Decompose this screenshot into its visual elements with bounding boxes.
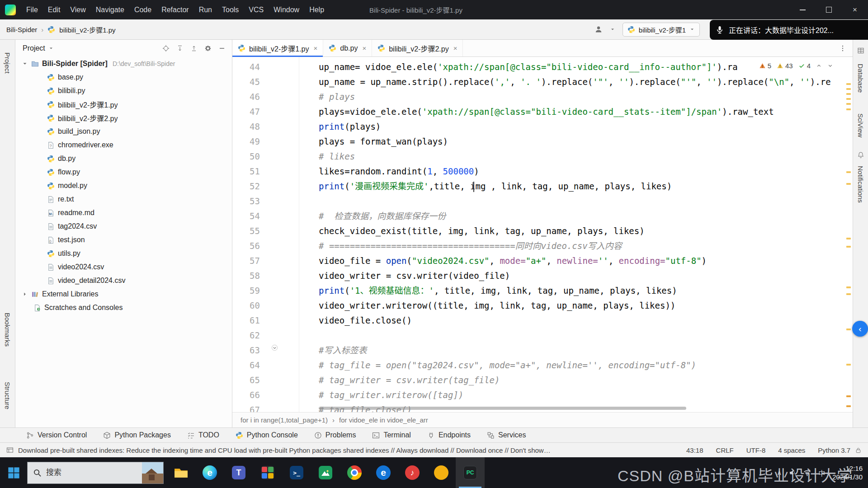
- breadcrumb-file[interactable]: bilibili_v2-步骤1.py: [59, 25, 115, 34]
- volume-icon[interactable]: [789, 469, 796, 476]
- menu-vcs[interactable]: VCS: [244, 4, 269, 16]
- breadcrumb-item[interactable]: for vidoe_ele in vidoe_ele_arr: [339, 416, 428, 424]
- stripe-warning-mark[interactable]: [846, 103, 851, 105]
- tool-strip-bookmarks[interactable]: Bookmarks: [4, 313, 11, 347]
- code-line[interactable]: 56# ====================================…: [232, 239, 844, 253]
- toolwindow-endpoints[interactable]: Endpoints: [427, 431, 471, 439]
- status-message[interactable]: Download pre-built shared indexes: Reduc…: [18, 446, 552, 454]
- tool-strip-structure[interactable]: Structure: [4, 382, 11, 409]
- close-button[interactable]: ×: [842, 0, 868, 19]
- tray-expand[interactable]: ∧: [777, 469, 782, 477]
- tree-item[interactable]: video2024.csv: [15, 260, 232, 274]
- taskbar-app-gallery[interactable]: [311, 457, 340, 488]
- stripe-warning-mark[interactable]: [846, 83, 851, 85]
- taskbar-clock[interactable]: 12:162024/1/30: [832, 464, 863, 482]
- menu-code[interactable]: Code: [129, 4, 156, 16]
- inspections-widget[interactable]: 5 43 4: [755, 61, 837, 71]
- tree-item[interactable]: model.py: [15, 179, 232, 192]
- toolwindow-python-packages[interactable]: Python Packages: [103, 431, 171, 439]
- taskbar-app-teams[interactable]: T: [224, 457, 253, 488]
- tool-strip-database[interactable]: Database: [857, 64, 864, 93]
- toolwindow-problems[interactable]: Problems: [314, 431, 356, 439]
- toolwindow-version-control[interactable]: Version Control: [26, 431, 87, 439]
- code-line[interactable]: 44up_name= vidoe_ele.ele('xpath://span[@…: [232, 60, 844, 75]
- editor-tab[interactable]: bilibili_v2-步骤1.py×: [232, 40, 323, 56]
- status-item[interactable]: UTF-8: [746, 446, 766, 454]
- code-line[interactable]: 50# likes: [232, 149, 844, 164]
- stripe-warning-mark[interactable]: [846, 293, 851, 295]
- code-line[interactable]: 62: [232, 328, 844, 343]
- tree-item[interactable]: M↓readme.md: [15, 206, 232, 220]
- tree-item[interactable]: db.py: [15, 152, 232, 165]
- stripe-warning-mark[interactable]: [846, 286, 851, 288]
- minimize-button[interactable]: [789, 0, 816, 19]
- toolwindow-python-console[interactable]: Python Console: [236, 431, 298, 439]
- code-line[interactable]: 47plays=vidoe_ele.ele('xpath://span[@cla…: [232, 104, 844, 119]
- taskbar-app-edge[interactable]: e: [195, 457, 224, 488]
- taskbar-search[interactable]: [27, 462, 164, 484]
- stripe-warning-mark[interactable]: [846, 246, 851, 248]
- taskbar-app-powershell[interactable]: >_: [282, 457, 311, 488]
- code-line[interactable]: 66# tag_writer.writerow([tag]): [232, 388, 844, 403]
- tree-item[interactable]: utils.py: [15, 247, 232, 260]
- menu-help[interactable]: Help: [304, 4, 329, 16]
- hide-panel-icon[interactable]: [218, 45, 226, 52]
- run-configuration-select[interactable]: bilibili_v2-步骤1: [623, 23, 700, 37]
- screen-recording-overlay[interactable]: 正在讲话：大数据毕业设计202...: [710, 20, 868, 40]
- toolwindow-terminal[interactable]: Terminal: [372, 431, 410, 439]
- collapse-all-icon[interactable]: [190, 45, 198, 52]
- tree-root[interactable]: Bili-Spider [Spider]D:\dev_soft\Bili-Spi…: [15, 57, 232, 70]
- code-line[interactable]: 49plays = format_wan(plays): [232, 134, 844, 149]
- code-line[interactable]: 46# plays: [232, 89, 844, 104]
- menu-refactor[interactable]: Refactor: [156, 4, 193, 16]
- search-input[interactable]: [46, 468, 123, 477]
- menu-window[interactable]: Window: [269, 4, 304, 16]
- status-item[interactable]: 43:18: [686, 446, 703, 454]
- maximize-button[interactable]: [816, 0, 842, 19]
- stripe-warning-mark[interactable]: [846, 171, 851, 173]
- tab-options[interactable]: [833, 40, 853, 56]
- breadcrumb-project[interactable]: Bili-Spider: [6, 26, 37, 33]
- taskbar-app-chrome[interactable]: [340, 457, 369, 488]
- code-line[interactable]: 52print('漫画视频采集完成',title, img , link, ta…: [232, 179, 844, 194]
- menu-tools[interactable]: Tools: [217, 4, 244, 16]
- code-line[interactable]: 65# tag_writer = csv.writer(tag_file): [232, 373, 844, 388]
- code-line[interactable]: 48print(plays): [232, 119, 844, 134]
- code-line[interactable]: 53: [232, 194, 844, 209]
- tree-item[interactable]: re.txt: [15, 192, 232, 206]
- stripe-warning-mark[interactable]: [846, 98, 851, 100]
- code-line[interactable]: 60video_writer.writerow((title, img, lin…: [232, 298, 844, 313]
- tree-item[interactable]: bilibili.py: [15, 84, 232, 98]
- status-item[interactable]: CRLF: [716, 446, 734, 454]
- tool-strip-notifications[interactable]: Notifications: [857, 166, 864, 203]
- status-item[interactable]: 4 spaces: [778, 446, 805, 454]
- menu-view[interactable]: View: [65, 4, 90, 16]
- tree-item[interactable]: bilibili_v2-步骤2.py: [15, 111, 232, 125]
- tree-item[interactable]: tag2024.csv: [15, 220, 232, 233]
- tool-strip-project[interactable]: Project: [4, 52, 11, 74]
- code-editor[interactable]: 44up_name= vidoe_ele.ele('xpath://span[@…: [232, 57, 853, 412]
- code-line[interactable]: 51likes=random.randint(1, 500000): [232, 164, 844, 179]
- breadcrumb-item[interactable]: for i in range(1,total_page+1): [241, 416, 328, 424]
- stripe-warning-mark[interactable]: [846, 88, 851, 90]
- project-panel-title[interactable]: Project: [23, 44, 45, 52]
- tree-item[interactable]: video_detail2024.csv: [15, 274, 232, 287]
- stripe-warning-mark[interactable]: [846, 183, 851, 185]
- tab-close[interactable]: ×: [453, 44, 458, 52]
- taskbar-app-photos[interactable]: [253, 457, 282, 488]
- code-line[interactable]: 45up_name = up_name.strip().replace(',',…: [232, 75, 844, 89]
- code-line[interactable]: 57video_file = open("video2024.csv", mod…: [232, 253, 844, 268]
- stripe-warning-mark[interactable]: [846, 108, 851, 110]
- status-item[interactable]: Python 3.7: [818, 446, 850, 454]
- network-icon[interactable]: [803, 469, 811, 476]
- floating-recorder-button[interactable]: ‹: [852, 321, 868, 337]
- tree-item[interactable]: Scratches and Consoles: [15, 301, 232, 314]
- tab-close[interactable]: ×: [362, 44, 366, 52]
- tree-item[interactable]: flow.py: [15, 165, 232, 179]
- code-line[interactable]: 61video_file.close(): [232, 313, 844, 328]
- tree-item[interactable]: build_json.py: [15, 125, 232, 138]
- stripe-warning-mark[interactable]: [846, 238, 851, 239]
- editor-tab[interactable]: db.py×: [323, 40, 372, 56]
- stripe-warning-mark[interactable]: [846, 328, 851, 330]
- taskbar-app-pycharm[interactable]: PC: [456, 457, 485, 488]
